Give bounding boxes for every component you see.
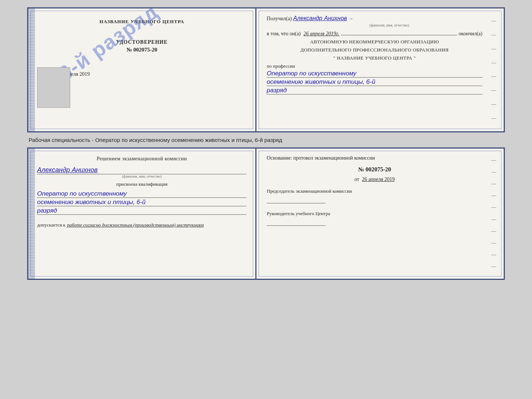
okonchil-label: окончил(а): [459, 31, 482, 37]
fio-sub-top: (фамилия, имя, отчество): [296, 23, 482, 27]
rukovoditel-section: Руководитель учебного Центра: [267, 211, 482, 226]
dash1: –: [350, 16, 352, 22]
qual-line-3: разряд: [37, 207, 247, 215]
cert-title: НАЗВАНИЕ УЧЕБНОГО ЦЕНТРА: [37, 19, 247, 25]
rukovoditel-label: Руководитель учебного Центра: [267, 211, 482, 217]
insert-book-bottom: Решением экзаменационной комиссии Алекса…: [27, 147, 505, 280]
osnovaniye-title: Основание: протокол экзаменационной коми…: [267, 155, 482, 161]
poluchil-name: Александр Аниxнов: [293, 15, 347, 22]
predsedatel-section: Председатель экзаменационной комиссии: [267, 188, 482, 203]
profession-line-3: разряд: [267, 87, 482, 95]
prisvoena-text: присвоена квалификация: [37, 181, 247, 187]
udostoverenie-label: УДОСТОВЕРЕНИЕ: [37, 39, 247, 45]
cert-left-page: НАЗВАНИЕ УЧЕБНОГО ЦЕНТРА 6-й разряд УДОС…: [28, 8, 256, 131]
qual-line-2: осеменению животных и птицы, 6-й: [37, 199, 247, 206]
resheniem-title: Решением экзаменационной комиссии: [37, 156, 247, 162]
side-dashes-bottom-right: [491, 156, 496, 271]
insert-name: Александр Аниxнов: [37, 166, 247, 174]
spine-decoration-bottom: [28, 149, 35, 279]
po-professii-label: по профессии: [267, 63, 482, 69]
predsedatel-label: Председатель экзаменационной комиссии: [267, 188, 482, 194]
poluchil-label: Получил(а): [267, 16, 292, 22]
poluchil-row: Получил(а) Александр Аниxнов –: [267, 15, 482, 22]
between-text: Рабочая специальность - Оператор по иску…: [27, 137, 505, 143]
ot-date: 26 апреля 2019: [362, 177, 395, 182]
insert-fio-sub: (фамилия, имя, отчество): [37, 174, 247, 178]
cert-nomer: № 002075-20: [37, 47, 247, 53]
dopuskaetsya-value: работе согласно должностным (производств…: [67, 222, 204, 228]
profession-line-1: Оператор по искусственному: [267, 70, 482, 78]
ot-label: от: [355, 177, 359, 182]
insert-name-row: Александр Аниxнов (фамилия, имя, отчеств…: [37, 166, 247, 178]
insert-right-page: Основание: протокол экзаменационной коми…: [256, 149, 504, 279]
vtom-row: в том, что он(а) 26 апреля 2019г. окончи…: [267, 31, 482, 37]
cert-book-top: НАЗВАНИЕ УЧЕБНОГО ЦЕНТРА 6-й разряд УДОС…: [27, 7, 505, 132]
cert-right-page: Получил(а) Александр Аниxнов – (фамилия,…: [256, 8, 504, 131]
spine-decoration: [28, 8, 35, 131]
profession-line-2: осеменению животных и птицы, 6-й: [267, 78, 482, 86]
side-dashes-top-right: [491, 16, 496, 124]
ot-row: от 26 апреля 2019: [267, 177, 482, 182]
rukovoditel-line: [267, 225, 326, 226]
insert-left-page: Решением экзаменационной комиссии Алекса…: [28, 149, 256, 279]
predsedatel-line: [267, 203, 326, 203]
vtom-label: в том, что он(а): [267, 31, 301, 37]
photo-placeholder: [37, 67, 70, 108]
document-container: НАЗВАНИЕ УЧЕБНОГО ЦЕНТРА 6-й разряд УДОС…: [27, 7, 505, 280]
dopuskaetsya-row: допускается к работе согласно должностны…: [37, 222, 247, 228]
block-text-1: АВТОНОМНУЮ НЕКОММЕРЧЕСКУЮ ОРГАНИЗАЦИЮ: [267, 39, 482, 45]
dopuskaetsya-label: допускается к: [37, 222, 65, 228]
bottom-nomer: № 002075-20: [267, 166, 482, 173]
vtom-date: 26 апреля 2019г.: [303, 31, 339, 37]
qual-line-1: Оператор по искусственному: [37, 190, 247, 198]
block-text-3: " НАЗВАНИЕ УЧЕБНОГО ЦЕНТРА ": [267, 55, 482, 61]
block-text-2: ДОПОЛНИТЕЛЬНОГО ПРОФЕССИОНАЛЬНОГО ОБРАЗО…: [267, 47, 482, 53]
